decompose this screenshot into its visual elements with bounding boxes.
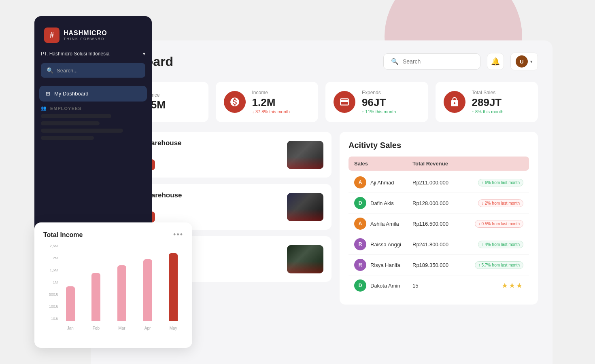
user-avatar-button[interactable]: U ▾ <box>510 53 538 70</box>
change-pill: ↑ 4% from last month <box>478 241 523 248</box>
header-actions: 🔍 🔔 U ▾ <box>383 53 538 70</box>
sidebar-placeholder-1 <box>41 114 111 118</box>
y-axis-label: 1M <box>43 280 58 284</box>
warehouse-thumbnail-1 <box>287 193 323 221</box>
activity-row: R Risya Hanifa Rp189.350.000 ↑ 5.7% from… <box>348 255 529 275</box>
sidebar-placeholder-4 <box>41 136 94 140</box>
sidebar-search-box[interactable]: 🔍 Search... <box>41 63 145 78</box>
chevron-down-icon: ▾ <box>530 59 533 64</box>
sales-person: D Dakota Amin <box>354 279 412 292</box>
sidebar-item-label: My Dashboard <box>54 91 89 97</box>
notification-button[interactable]: 🔔 <box>487 53 504 70</box>
y-axis-label: 10Jt <box>43 317 58 321</box>
avatar: U <box>516 55 528 68</box>
warehouse-image-0 <box>287 141 323 169</box>
change-pill: ↓ 2% from last month <box>478 199 523 207</box>
activity-row: D Dakota Amin 15 ★★★ <box>348 275 529 296</box>
search-input[interactable] <box>403 58 473 65</box>
activity-rows: A Aji Ahmad Rp211.000.000 ↑ 6% from last… <box>348 172 529 296</box>
logo-text: HASHMICRO THINK FORWARD <box>64 30 107 41</box>
chart-bar <box>91 273 100 321</box>
stars-rating: ★★★ <box>471 281 523 290</box>
sales-person: R Risya Hanifa <box>354 259 412 271</box>
company-name: PT. Hashmicro Solusi Indonesia <box>41 51 109 57</box>
person-avatar: A <box>354 218 366 230</box>
dashboard-icon: ⊞ <box>46 91 50 97</box>
change-badge-up: ↑ 5.7% from last month <box>471 261 523 269</box>
x-axis-label: Jan <box>60 323 81 333</box>
chart-bar <box>66 286 75 321</box>
stat-sales-value: 289JT <box>472 97 504 108</box>
person-name: Risya Hanifa <box>370 262 400 268</box>
stat-income-label: Income <box>252 90 290 95</box>
chart-bar <box>117 265 126 321</box>
revenue-value: Rp116.500.000 <box>412 221 471 227</box>
x-axis-label: Apr <box>138 323 158 333</box>
activity-row: A Aji Ahmad Rp211.000.000 ↑ 6% from last… <box>348 172 529 193</box>
sidebar-section-employees: 👥 EMPLOYEES <box>41 106 145 111</box>
change-pill: ↓ 0.5% from last month <box>475 220 523 228</box>
more-options-button[interactable]: ••• <box>173 231 183 239</box>
chart-bar <box>169 253 178 321</box>
y-axis-label: 100Jt <box>43 305 58 309</box>
down-arrow-icon: ↓ <box>252 109 255 114</box>
sales-icon <box>444 91 465 113</box>
bar-group <box>60 244 81 321</box>
stat-expends-value: 96JT <box>362 97 396 108</box>
activity-row: R Raissa Anggi Rp241.800.000 ↑ 4% from l… <box>348 234 529 255</box>
stat-card-sales: Total Sales 289JT ↑ 8% this month <box>436 82 538 122</box>
bar-group <box>138 244 158 321</box>
stat-income-value: 1.2M <box>252 97 290 108</box>
company-selector[interactable]: PT. Hashmicro Solusi Indonesia ▾ <box>41 51 145 57</box>
sidebar-placeholder-3 <box>41 129 123 133</box>
employees-icon: 👥 <box>41 106 47 111</box>
warehouse-image-2 <box>287 245 323 273</box>
person-name: Aji Ahmad <box>370 180 394 186</box>
person-name: Raissa Anggi <box>370 241 401 248</box>
stat-card-expends: Expends 96JT ↑ 11% this month <box>325 82 428 122</box>
col-header-revenue: Total Revenue <box>412 161 471 167</box>
stat-sales-label: Total Sales <box>472 90 504 95</box>
person-avatar: R <box>354 238 366 250</box>
person-avatar: D <box>354 197 366 209</box>
sidebar-placeholder-2 <box>41 121 100 125</box>
change-badge-up: ↑ 6% from last month <box>471 178 523 186</box>
sales-person: A Aji Ahmad <box>354 176 412 188</box>
stat-income-change: ↓ 37.8% this month <box>252 109 290 114</box>
revenue-value: Rp241.800.000 <box>412 241 471 248</box>
warehouse-image-1 <box>287 193 323 221</box>
chart-area: 2,5M2M1,5M1M500Jt100Jt10Jt JanFebMarAprM… <box>43 244 183 333</box>
bar-group <box>112 244 132 321</box>
change-badge-down: ↓ 2% from last month <box>471 199 523 207</box>
search-bar[interactable]: 🔍 <box>383 53 480 70</box>
income-chart-header: Total Income ••• <box>43 231 183 239</box>
expends-icon <box>334 91 355 113</box>
warehouse-thumbnail-2 <box>287 245 323 273</box>
activity-title: Acitivty Sales <box>348 141 529 150</box>
stat-sales-info: Total Sales 289JT ↑ 8% this month <box>472 90 504 114</box>
sales-person: A Ashila Amila <box>354 218 412 230</box>
person-avatar: R <box>354 259 366 271</box>
revenue-value: 15 <box>412 283 471 289</box>
person-name: Ashila Amila <box>370 221 399 227</box>
sales-person: D Dafin Akis <box>354 197 412 209</box>
change-pill: ↑ 6% from last month <box>478 179 523 186</box>
revenue-value: Rp189.350.000 <box>412 262 471 268</box>
chart-bars <box>60 244 183 321</box>
activity-sales-panel: Acitivty Sales Sales Total Revenue A Aji… <box>340 132 538 305</box>
sales-person: R Raissa Anggi <box>354 238 412 250</box>
col-header-sales: Sales <box>354 161 412 167</box>
search-icon: 🔍 <box>391 58 399 65</box>
income-icon <box>224 91 246 113</box>
y-axis-label: 2,5M <box>43 244 58 248</box>
up-arrow-icon: ↑ <box>472 109 474 114</box>
income-chart-title: Total Income <box>43 231 83 239</box>
stats-row: Balance 2.5M Income 1.2M ↓ 37.8% this mo… <box>106 82 538 122</box>
change-pill: ↑ 5.7% from last month <box>475 261 523 269</box>
person-avatar: D <box>354 279 366 292</box>
person-avatar: A <box>354 176 366 188</box>
stat-expends-info: Expends 96JT ↑ 11% this month <box>362 90 396 114</box>
logo-icon: # <box>44 28 60 43</box>
sidebar-item-dashboard[interactable]: ⊞ My Dashboard <box>39 86 147 102</box>
x-axis-label: May <box>163 323 183 333</box>
